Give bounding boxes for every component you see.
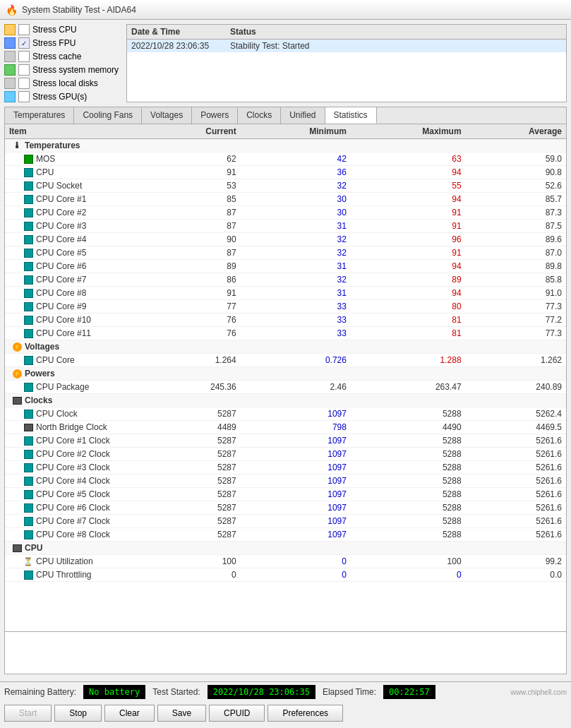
- stress-cpu-row[interactable]: Stress CPU: [4, 24, 121, 35]
- table-row: CPU Core #6 Clock 5287 1097 5288 5261.6: [5, 501, 566, 515]
- stress-cache-row[interactable]: Stress cache: [4, 51, 121, 62]
- status-panel: Date & Time Status 2022/10/28 23:06:35 S…: [126, 24, 567, 102]
- tab-cooling[interactable]: Cooling Fans: [74, 107, 142, 124]
- stress-disks-label: Stress local disks: [32, 78, 98, 88]
- elapsed-label: Elapsed Time:: [323, 687, 376, 697]
- stress-disks-checkbox[interactable]: [18, 78, 30, 89]
- stress-cpu-checkbox[interactable]: [18, 24, 30, 35]
- stress-cache-checkbox[interactable]: [18, 51, 30, 62]
- stress-gpu-label: Stress GPU(s): [32, 92, 87, 102]
- section-row: ⚡ Powers: [5, 367, 566, 381]
- tab-voltages[interactable]: Voltages: [142, 107, 192, 124]
- status-value: Stability Test: Started: [230, 41, 329, 51]
- stress-memory-row[interactable]: Stress system memory: [4, 64, 121, 76]
- test-started-value: 2022/10/28 23:06:35: [208, 685, 315, 699]
- table-row: CPU Core #1 Clock 5287 1097 5288 5261.6: [5, 434, 566, 448]
- preferences-button[interactable]: Preferences: [268, 705, 343, 722]
- table-row: CPU Core #3 Clock 5287 1097 5288 5261.6: [5, 461, 566, 475]
- save-button[interactable]: Save: [157, 705, 206, 722]
- tab-temperatures[interactable]: Temperatures: [5, 107, 74, 124]
- fpu-icon: [4, 37, 16, 49]
- table-row: ⏳ CPU Utilization 100 0 100 99.2: [5, 555, 566, 568]
- date-time-header: Date & Time: [131, 27, 230, 37]
- button-bar: Start Stop Clear Save CPUID Preferences: [0, 702, 571, 724]
- table-row: North Bridge Clock 4489 798 4490 4469.5: [5, 421, 566, 434]
- table-row: CPU Core #4 Clock 5287 1097 5288 5261.6: [5, 475, 566, 488]
- disk-icon: [4, 78, 16, 89]
- section-row: 🌡 Temperatures: [5, 139, 566, 153]
- battery-value: No battery: [83, 685, 145, 699]
- stress-memory-checkbox[interactable]: [18, 64, 30, 76]
- stress-options-panel: Stress CPU Stress FPU Stress cache Stres…: [4, 24, 121, 102]
- test-started-label: Test Started:: [152, 687, 200, 697]
- table-row: CPU Core #8 91 31 94 91.0: [5, 287, 566, 300]
- col-item: Item: [5, 124, 146, 139]
- bottom-bar: Remaining Battery: No battery Test Start…: [0, 681, 571, 702]
- data-table-container[interactable]: Item Current Minimum Maximum Average 🌡 T…: [4, 124, 567, 632]
- app-icon: 🔥: [6, 4, 18, 16]
- col-current: Current: [146, 124, 241, 139]
- table-row: CPU Core #7 86 32 89 85.8: [5, 273, 566, 287]
- cpu-icon: [4, 24, 16, 35]
- section-row: CPU: [5, 542, 566, 555]
- clear-button[interactable]: Clear: [104, 705, 155, 722]
- memory-icon: [4, 64, 16, 76]
- app-title: System Stability Test - AIDA64: [22, 5, 136, 15]
- table-row: CPU Core #2 87 30 91 87.3: [5, 206, 566, 220]
- table-row: CPU Throttling 0 0 0 0.0: [5, 568, 566, 582]
- col-average: Average: [466, 124, 566, 139]
- table-row: CPU Core #5 87 32 91 87.0: [5, 246, 566, 260]
- col-maximum: Maximum: [351, 124, 466, 139]
- stress-gpu-checkbox[interactable]: [18, 91, 30, 102]
- section-row: Clocks: [5, 394, 566, 407]
- table-row: CPU 91 36 94 90.8: [5, 166, 566, 179]
- table-row: CPU Core #11 76 33 81 77.3: [5, 327, 566, 340]
- cache-icon: [4, 51, 16, 62]
- gpu-icon: [4, 91, 16, 102]
- stop-button[interactable]: Stop: [54, 705, 102, 722]
- elapsed-value: 00:22:57: [383, 685, 435, 699]
- stress-cpu-label: Stress CPU: [32, 25, 77, 35]
- section-row: ⚡ Voltages: [5, 340, 566, 354]
- battery-label: Remaining Battery:: [4, 687, 76, 697]
- table-row: CPU Core #10 76 33 81 77.2: [5, 314, 566, 327]
- tab-unified[interactable]: Unified: [281, 107, 325, 124]
- chiphell-watermark: www.chiphell.com: [511, 688, 567, 696]
- table-row: CPU Core #5 Clock 5287 1097 5288 5261.6: [5, 488, 566, 501]
- table-row: CPU Core #7 Clock 5287 1097 5288 5261.6: [5, 515, 566, 528]
- stress-memory-label: Stress system memory: [32, 65, 119, 75]
- title-bar: 🔥 System Stability Test - AIDA64: [0, 0, 571, 20]
- stress-fpu-row[interactable]: Stress FPU: [4, 37, 121, 49]
- statistics-table: Item Current Minimum Maximum Average 🌡 T…: [5, 124, 566, 582]
- table-row: CPU Core 1.264 0.726 1.288 1.262: [5, 354, 566, 367]
- table-row: CPU Package 245.36 2.46 263.47 240.89: [5, 381, 566, 394]
- date-time-value: 2022/10/28 23:06:35: [131, 41, 230, 51]
- stress-fpu-label: Stress FPU: [32, 38, 76, 48]
- table-row: CPU Core #1 85 30 94 85.7: [5, 193, 566, 206]
- tabs-bar: Temperatures Cooling Fans Voltages Power…: [4, 107, 567, 124]
- stress-fpu-checkbox[interactable]: [18, 37, 30, 49]
- stress-disks-row[interactable]: Stress local disks: [4, 78, 121, 89]
- table-row: CPU Core #2 Clock 5287 1097 5288 5261.6: [5, 448, 566, 461]
- status-header-row: Date & Time Status: [127, 25, 566, 40]
- table-row: CPU Core #9 77 33 80 77.3: [5, 300, 566, 314]
- table-row: CPU Core #3 87 31 91 87.5: [5, 220, 566, 233]
- tab-clocks[interactable]: Clocks: [238, 107, 281, 124]
- status-header: Status: [230, 27, 329, 37]
- table-row: MOS 62 42 63 59.0: [5, 153, 566, 166]
- table-row: CPU Core #6 89 31 94 89.8: [5, 260, 566, 273]
- tab-powers[interactable]: Powers: [192, 107, 238, 124]
- table-row: CPU Core #8 Clock 5287 1097 5288 5261.6: [5, 528, 566, 542]
- table-row: CPU Core #4 90 32 96 89.6: [5, 233, 566, 246]
- cpuid-button[interactable]: CPUID: [209, 705, 265, 722]
- table-row: CPU Socket 53 32 55 52.6: [5, 179, 566, 193]
- tab-statistics[interactable]: Statistics: [325, 107, 377, 124]
- col-minimum: Minimum: [241, 124, 351, 139]
- status-data-row: 2022/10/28 23:06:35 Stability Test: Star…: [127, 40, 566, 52]
- table-row: CPU Clock 5287 1097 5288 5262.4: [5, 407, 566, 421]
- stress-cache-label: Stress cache: [32, 52, 81, 61]
- stress-gpu-row[interactable]: Stress GPU(s): [4, 91, 121, 102]
- start-button[interactable]: Start: [4, 705, 52, 722]
